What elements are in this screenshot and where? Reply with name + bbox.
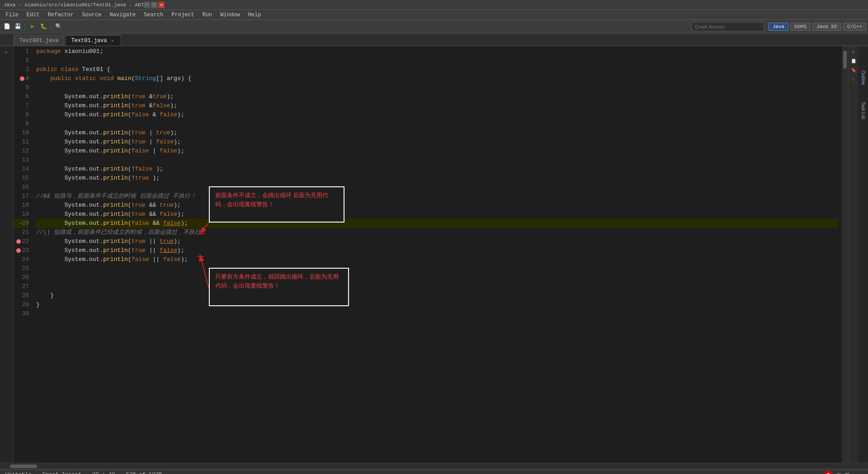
line-16 [36,183,838,192]
perspective-java[interactable]: Java [769,23,788,31]
line-28: } [36,291,838,300]
status-writable: Writable [5,472,32,474]
line-10: System.out.println(true | true); [36,128,838,137]
menu-navigate[interactable]: Navigate [106,11,139,19]
line-2 [36,56,838,65]
perspective-ddms[interactable]: DDMS [790,23,810,31]
title-bar-controls: ─ □ ✕ [144,2,165,8]
toolbar: 📄 💾 ▶ 🐛 🔍 Java DDMS Java EE C/C++ [0,20,868,33]
main-layout: ▸ 1 2 3 4 5 6 7 8 9 10 11 12 13 14 15 16… [0,46,868,463]
line-24: System.out.println(false || false); [36,255,838,264]
tab-text01[interactable]: Text01.java ✕ [65,35,121,46]
status-memory: 67M of 182M [126,472,161,474]
line-22: System.out.println(true || true); [36,237,838,246]
tab-text01-label: Text01.java [71,38,107,44]
gutter-bookmark[interactable]: ▸ [2,47,12,57]
maximize-button[interactable]: □ [151,2,157,8]
line-7: System.out.println(true &false); [36,101,838,110]
toolbar-sep2 [51,23,51,31]
status-lang: 中 [836,472,841,474]
line-30 [36,309,838,318]
line-18: System.out.println(true && true); [36,201,838,210]
menu-file[interactable]: File [2,11,22,19]
rs-problems[interactable]: ⚠ [849,75,858,83]
annotation-box-2: 只要前方条件成立，就回跳出循环，后面为无用代码，会出现黄线警告！ [209,268,349,306]
line-26 [36,273,838,282]
line-1: package xiaoniu001; [36,47,838,56]
menu-edit[interactable]: Edit [23,11,43,19]
tab-text01-close[interactable]: ✕ [110,38,115,43]
line-25 [36,264,838,273]
menu-help[interactable]: Help [245,11,265,19]
rs-outline[interactable]: ≡ [849,48,858,56]
menu-source[interactable]: Source [78,11,105,19]
menu-refactor[interactable]: Refactor [44,11,78,19]
horizontal-scrollbar[interactable] [0,463,868,469]
line-14: System.out.println(!false ); [36,165,838,174]
line-12: System.out.println(false | false); [36,147,838,156]
status-bar: Writable Smart Insert 20 : 48 67M of 182… [0,469,868,474]
toolbar-debug[interactable]: 🐛 [38,22,48,32]
menu-project[interactable]: Project [168,11,198,19]
rs-bookmarks[interactable]: 🔖 [849,66,858,74]
code-area[interactable]: package xiaoniu001; public class Text01 … [33,46,842,463]
title-bar: Java - xiaoniu/src/xiaoniu001/Text01.jav… [0,0,868,10]
line-27 [36,282,838,291]
line-17: //&& 短路与，前面条件不成立的时候 后面会跳过 不执行！ [36,192,838,201]
minimize-button[interactable]: ─ [144,2,150,8]
far-right-panel: Outline Task List [858,46,868,463]
toolbar-new[interactable]: 📄 [2,22,12,32]
tab-text001[interactable]: Text001.java [14,35,64,46]
line-23: System.out.println(true || false); [36,246,838,255]
toolbar-save[interactable]: 💾 [13,22,23,32]
position-text: 20 : 48 [92,472,115,474]
toolbar-search[interactable]: 🔍 [53,22,63,32]
menu-search[interactable]: Search [140,11,167,19]
scroll-thumb[interactable] [843,51,847,69]
line-19: System.out.println(true && false); [36,210,838,219]
line-3: public class Text01 { [36,65,838,74]
status-icon-s: S [824,470,833,474]
panel-task[interactable]: Task List [859,97,867,124]
menu-run[interactable]: Run [199,11,216,19]
status-position: 20 : 48 [92,472,115,474]
toolbar-sep1 [25,23,25,31]
rs-task[interactable]: 📋 [849,57,858,65]
line-15: System.out.println(!true ); [36,174,838,183]
line-20: System.out.println(false && false); [36,219,838,228]
line-6: System.out.println(true &true); [36,92,838,101]
perspective-cpp[interactable]: C/C++ [843,23,866,31]
menu-bar: File Edit Refactor Source Navigate Searc… [0,10,868,20]
status-input: 英 [845,472,850,474]
line-11: System.out.println(true | false); [36,137,838,147]
annotation-box-1: 前面条件不成立，会跳出循环 后面为无用代码，会出现黄线警告！ [209,186,344,223]
line-9 [36,119,838,128]
close-button[interactable]: ✕ [158,2,165,8]
quick-access-input[interactable] [692,22,764,31]
editor-container[interactable]: 1 2 3 4 5 6 7 8 9 10 11 12 13 14 15 16 1… [14,46,848,463]
right-sidebar: ≡ 📋 🔖 ⚠ [848,46,858,463]
line-4: public static void main(String[] args) { [36,74,838,83]
title-text: Java - xiaoniu/src/xiaoniu001/Text01.jav… [4,2,144,8]
perspective-javaee[interactable]: Java EE [812,23,841,31]
line-8: System.out.println(false & false); [36,110,838,119]
panel-outline[interactable]: Outline [859,64,867,91]
status-arrows: ◀ ▶ [854,472,863,474]
vertical-scrollbar[interactable] [842,46,848,463]
memory-text: 67M of 182M [126,472,161,474]
line-numbers: 1 2 3 4 5 6 7 8 9 10 11 12 13 14 15 16 1… [14,46,33,463]
status-insert-mode: Smart Insert [42,472,81,474]
line-5 [36,83,838,92]
tab-bar: Text001.java Text01.java ✕ [0,33,868,46]
tab-text001-label: Text001.java [19,38,58,44]
left-gutter: ▸ [0,46,14,463]
line-29: } [36,300,838,309]
writable-text: Writable [5,472,32,474]
toolbar-run[interactable]: ▶ [28,22,38,32]
insert-mode-text: Smart Insert [42,472,81,474]
line-13 [36,156,838,165]
perspective-buttons: Java DDMS Java EE C/C++ [769,23,866,31]
h-scroll-thumb[interactable] [10,465,37,468]
menu-window[interactable]: Window [217,11,243,19]
line-21: //|| 短路或，前面条件已经成立的时候，后面会跳过，不执行！ [36,228,838,237]
